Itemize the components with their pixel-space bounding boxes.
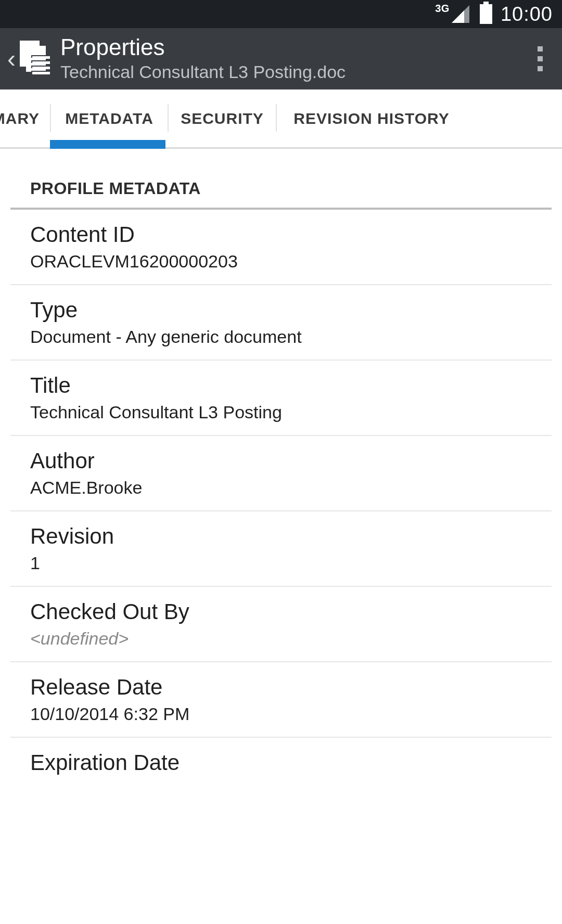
metadata-value: ACME.Brooke — [30, 478, 532, 498]
metadata-value: Technical Consultant L3 Posting — [30, 402, 532, 422]
metadata-label: Revision — [30, 524, 532, 549]
content-area: PROFILE METADATA Content ID ORACLEVM1620… — [0, 149, 562, 775]
status-time: 10:00 — [501, 3, 553, 25]
signal-icon — [452, 5, 469, 23]
battery-icon — [480, 4, 492, 24]
metadata-value: 10/10/2014 6:32 PM — [30, 704, 532, 724]
tab-summary[interactable]: SUMMARY — [0, 89, 50, 147]
active-tab-indicator — [50, 140, 165, 149]
network-3g-label: 3G — [435, 3, 450, 15]
tab-metadata[interactable]: METADATA — [51, 89, 168, 147]
metadata-value: Document - Any generic document — [30, 327, 532, 347]
metadata-label: Content ID — [30, 222, 532, 247]
metadata-row-content-id[interactable]: Content ID ORACLEVM16200000203 — [10, 210, 552, 285]
tab-security[interactable]: SECURITY — [169, 89, 276, 147]
metadata-label: Checked Out By — [30, 599, 532, 624]
app-bar-titles: Properties Technical Consultant L3 Posti… — [60, 35, 528, 82]
metadata-row-type[interactable]: Type Document - Any generic document — [10, 285, 552, 361]
metadata-row-revision[interactable]: Revision 1 — [10, 511, 552, 587]
tab-bar: SUMMARY METADATA SECURITY REVISION HISTO… — [0, 89, 562, 149]
metadata-label: Title — [30, 373, 532, 398]
metadata-value: <undefined> — [30, 628, 532, 649]
metadata-row-release-date[interactable]: Release Date 10/10/2014 6:32 PM — [10, 662, 552, 738]
status-bar: 3G 10:00 — [0, 0, 562, 28]
metadata-row-expiration-date[interactable]: Expiration Date — [10, 738, 552, 775]
metadata-row-author[interactable]: Author ACME.Brooke — [10, 436, 552, 511]
metadata-row-checked-out-by[interactable]: Checked Out By <undefined> — [10, 587, 552, 662]
overflow-menu-icon[interactable] — [528, 41, 553, 77]
app-bar: ‹ Properties Technical Consultant L3 Pos… — [0, 28, 562, 89]
tab-revision-history[interactable]: REVISION HISTORY — [277, 89, 459, 147]
back-chevron-icon[interactable]: ‹ — [4, 46, 18, 71]
page-title: Properties — [60, 35, 528, 60]
metadata-label: Type — [30, 298, 532, 323]
metadata-label: Expiration Date — [30, 750, 532, 775]
metadata-value: ORACLEVM16200000203 — [30, 251, 532, 272]
section-heading: PROFILE METADATA — [10, 179, 552, 210]
metadata-label: Author — [30, 448, 532, 473]
metadata-label: Release Date — [30, 675, 532, 700]
metadata-row-title[interactable]: Title Technical Consultant L3 Posting — [10, 361, 552, 436]
page-subtitle: Technical Consultant L3 Posting.doc — [60, 61, 528, 83]
metadata-value: 1 — [30, 553, 532, 573]
document-stack-icon[interactable] — [20, 41, 51, 77]
